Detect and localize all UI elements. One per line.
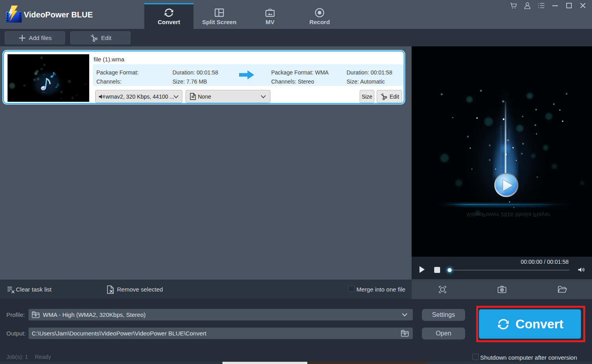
svg-text:VideoPower 2016 Media Player: VideoPower 2016 Media Player xyxy=(466,212,550,218)
